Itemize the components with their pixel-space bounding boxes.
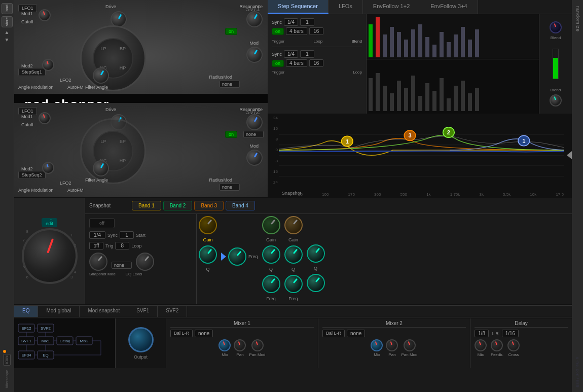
store-button[interactable]: store [2,16,13,27]
snapshot-none-select[interactable]: none [112,262,132,269]
svf2-resonance-knob[interactable] [246,114,263,130]
seq2-num-val[interactable]: 1 [300,50,314,58]
band1-freq-knob[interactable] [228,247,246,266]
snapshot-off-btn[interactable]: off [89,218,115,228]
svf1-cutoff-label: Cutoff [21,19,33,24]
svf1-resonance-knob[interactable] [246,11,263,27]
eq-level-knob[interactable] [136,253,154,271]
midi-button[interactable]: MIDI [3,354,11,366]
seq1-num-val[interactable]: 1 [300,18,314,26]
band2-q-knob[interactable] [262,245,280,264]
delay-knob-row: Mix Feedb. Cross [475,339,568,357]
tab-step-sequencer[interactable]: Step Sequencer [268,0,329,14]
band4-freq-knob[interactable] [307,274,325,292]
arrow-down-button[interactable]: ▼ [5,37,10,43]
band4-q-knob[interactable] [307,244,325,263]
svf2-mod-knob[interactable] [246,150,263,166]
svf1-stepseq-box[interactable]: StepSeq1 [18,68,46,76]
mixer2-bal-lr[interactable]: Bal L-R [322,330,345,337]
svf1-mod-knob[interactable] [246,47,263,63]
band2-button[interactable]: Band 2 [163,201,193,210]
svf2-stepseq-box[interactable]: StepSeq2 [18,171,46,179]
large-dial[interactable]: 8 7 1 2 3 6 5 4 [22,228,78,284]
band1-q-knob[interactable] [199,245,217,264]
tab-envfollow-12[interactable]: EnvFollow 1+2 [363,0,420,14]
svf2-mod1-knob[interactable] [39,112,51,124]
tab-envfollow-34[interactable]: EnvFollow 3+4 [420,0,478,14]
output-knob[interactable] [128,327,154,352]
arrow-up-button[interactable]: ▲ [5,29,10,35]
mixer1-pan-knob[interactable] [234,339,246,351]
band2-freq-knob[interactable] [262,275,280,293]
band3-freq-knob[interactable] [284,275,303,293]
main-tab-bar: Step Sequencer LFOs EnvFollow 1+2 EnvFol… [268,0,572,14]
svf2-filter-wheel[interactable]: LP BP NC HP [80,118,146,184]
delay-mix-knob[interactable] [475,339,487,351]
seq2-bars-val[interactable]: 4 bars [286,59,307,67]
eq-arrow-right [567,151,572,159]
mixer2-panmod-knob[interactable] [404,339,416,351]
mixer1-panmod-group: Pan Mod [249,339,265,357]
delay-feedb-knob[interactable] [491,339,503,351]
eq-tab-mod-global[interactable]: Mod global [38,306,80,317]
blend2-knob[interactable] [550,94,562,106]
svf2-radiusmod-select[interactable]: none [220,184,240,191]
band1-freq-arrow[interactable] [221,253,226,261]
svf2-filter-angle-knob[interactable] [93,160,109,176]
svg-text:2: 2 [447,130,450,135]
svf2-on-toggle[interactable]: on [225,131,237,138]
band3-q-knob[interactable] [284,245,303,264]
eq-tab-eq[interactable]: EQ [14,306,38,317]
svf1-hp: HP [120,65,126,70]
svf1-filter-angle-knob[interactable] [93,67,109,84]
mixer1-panmod-knob[interactable] [251,339,264,351]
delay-val2[interactable]: 1/16 [502,330,519,337]
seq1-sync-val[interactable]: 1/4 [284,18,298,26]
delay-val1[interactable]: 1/8 [475,330,489,337]
band1-button[interactable]: Band 1 [132,201,161,210]
band2-gain-label: Gain [266,237,276,242]
mixer2-pan-knob[interactable] [386,339,398,351]
svf1-mod1-knob[interactable] [39,9,51,21]
snapshot-trig-val[interactable]: 8 [115,242,129,250]
svg-rect-29 [447,98,451,111]
seq1-on-toggle[interactable]: on [272,28,284,35]
snapshot-loop-label: Loop [131,243,141,248]
seq2-sync-val[interactable]: 1/4 [284,50,298,58]
mixer2-none[interactable]: none [347,330,365,337]
delay-cross-knob[interactable] [507,339,520,351]
snapshot-num-val[interactable]: 1 [120,231,134,239]
signal-flow-svg: EF12 SVF2 SVF1 Mix1 Delay Mix2 EF34 EQ [17,322,111,366]
svf1-on-toggle[interactable]: on [225,28,237,35]
band3-button[interactable]: Band 3 [194,201,224,210]
band1-gain-knob[interactable] [199,216,217,234]
mixer1-none[interactable]: none [195,330,213,337]
mixer1-bal-lr[interactable]: Bal L-R [170,330,193,337]
eq-tab-svf2[interactable]: SVF2 [158,306,187,317]
snapshot-left-controls: off 1/4 Sync 1 Start off Trig 8 Loop [85,214,197,304]
snapshot-off2-val[interactable]: off [89,242,103,250]
svf2-mod2-knob[interactable] [42,162,54,174]
band4-button[interactable]: Band 4 [226,201,255,210]
seq1-loop-val[interactable]: 16 [309,27,323,35]
mixer1-mix-knob[interactable] [218,339,231,351]
eq-tab-svf1[interactable]: SVF1 [128,306,158,317]
mixer2-mix-knob[interactable] [371,339,383,351]
svg-rect-9 [425,37,429,57]
snapshot-sync-val[interactable]: 1/4 [89,231,105,239]
svf2-resonance-select[interactable]: none [243,131,264,138]
svf1-mod2-knob[interactable] [42,59,54,71]
band2-gain-knob[interactable] [262,216,280,234]
band3-gain-knob[interactable] [284,216,303,234]
svf1-radiusmod-select[interactable]: none [220,81,240,88]
seq1-bars-val[interactable]: 4 bars [286,27,307,35]
seq2-loop-val[interactable]: 16 [309,59,323,67]
eq-tab-mod-snapshot[interactable]: Mod snapshot [80,306,128,317]
tab-lfos[interactable]: LFOs [329,0,363,14]
snapshot-mod-knob[interactable] [89,253,107,271]
load-button[interactable]: load [2,3,13,14]
svf1-filter-wheel[interactable]: LP BP NC HP [80,25,146,91]
mixer1-top-row: Bal L-R none [170,330,314,337]
blend1-knob[interactable] [550,21,562,33]
seq2-on-toggle[interactable]: on [272,60,284,67]
